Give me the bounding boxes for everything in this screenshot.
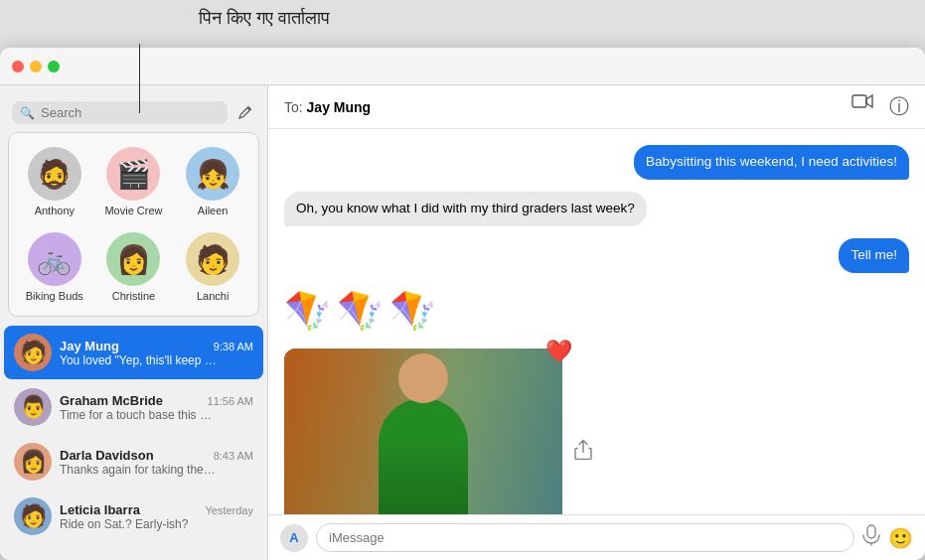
avatar-darla-davidson: 👩 — [14, 443, 52, 481]
video-message-row: ▶ 0:34 -1:16 🔊 ⊡ ❤️ — [284, 349, 909, 514]
app-store-icon: A — [289, 530, 298, 545]
chat-time-leticia-ibarra: Yesterday — [205, 504, 253, 516]
app-window: 🔍 🧔 Anthony — [0, 48, 925, 560]
pinned-contact-biking-buds[interactable]: 🚲 Biking Buds — [17, 226, 92, 308]
video-thumbnail — [284, 349, 562, 514]
avatar-christine: 👩 — [106, 232, 160, 286]
kite-3: 🪁 — [389, 289, 436, 333]
kites-stickers: 🪁 🪁 🪁 — [284, 285, 436, 337]
info-icon[interactable]: ⓘ — [889, 93, 909, 120]
avatar-anthony: 🧔 — [28, 147, 81, 201]
chat-preview-darla-davidson: Thanks again for taking them this weeken… — [60, 463, 219, 477]
chat-time-jay-mung: 9:38 AM — [214, 341, 253, 352]
sidebar-header: 🔍 — [0, 85, 267, 132]
pinned-contact-anthony[interactable]: 🧔 Anthony — [17, 141, 92, 222]
chat-info-jay-mung: Jay Mung 9:38 AM You loved "Yep, this'll… — [60, 339, 253, 367]
bubble-received-graders: Oh, you know what I did with my third gr… — [284, 192, 647, 226]
chat-name-leticia-ibarra: Leticia Ibarra — [60, 502, 140, 517]
avatar-leticia-ibarra: 🧑 — [14, 497, 52, 535]
svg-rect-0 — [852, 95, 866, 107]
share-button[interactable] — [574, 438, 592, 465]
pinned-label-christine: Christine — [112, 290, 155, 302]
chat-preview-jay-mung: You loved "Yep, this'll keep 'em occupie… — [60, 353, 219, 367]
bubble-sent-babysitting: Babysitting this weekend, I need activit… — [634, 145, 909, 180]
chat-name-darla-davidson: Darla Davidson — [60, 448, 154, 463]
bubble-sent-tellme: Tell me! — [839, 238, 909, 273]
sidebar: 🔍 🧔 Anthony — [0, 85, 268, 560]
chat-list: 🧑 Jay Mung 9:38 AM You loved "Yep, this'… — [0, 325, 267, 560]
annotation-text: पिन किए गए वार्तालाप — [199, 8, 330, 29]
avatar-movie-crew: 🎬 — [106, 147, 160, 201]
avatar-jay-mung: 🧑 — [14, 334, 52, 371]
messages-area: Babysitting this weekend, I need activit… — [268, 129, 925, 514]
chat-name-graham-mcbride: Graham McBride — [60, 393, 163, 408]
kite-2: 🪁 — [337, 289, 384, 333]
search-bar[interactable]: 🔍 — [12, 101, 228, 124]
video-call-icon[interactable] — [851, 93, 873, 120]
audio-record-button[interactable] — [862, 524, 880, 551]
pinned-section: 🧔 Anthony 🎬 Movie Crew 👧 Aileen 🚲 B — [8, 132, 259, 317]
video-message: ▶ 0:34 -1:16 🔊 ⊡ ❤️ — [284, 349, 562, 514]
chat-item-darla-davidson[interactable]: 👩 Darla Davidson 8:43 AM Thanks again fo… — [4, 435, 263, 489]
kites-row: 🪁 🪁 🪁 — [284, 285, 909, 337]
heart-reaction: ❤️ — [545, 339, 572, 364]
pinned-label-biking-buds: Biking Buds — [26, 290, 83, 302]
message-row: Babysitting this weekend, I need activit… — [284, 145, 909, 180]
chat-recipient: To: Jay Mung — [284, 99, 371, 115]
chat-header: To: Jay Mung ⓘ — [268, 85, 925, 129]
search-input[interactable] — [41, 105, 220, 120]
pinned-contact-lanchi[interactable]: 🧑 Lanchi — [175, 226, 250, 308]
chat-preview-graham-mcbride: Time for a touch base this week? — [60, 408, 219, 422]
minimize-button[interactable] — [30, 61, 42, 72]
chat-info-darla-davidson: Darla Davidson 8:43 AM Thanks again for … — [60, 448, 253, 477]
avatar-graham-mcbride: 👨 — [14, 388, 52, 426]
chat-item-graham-mcbride[interactable]: 👨 Graham McBride 11:56 AM Time for a tou… — [4, 380, 263, 434]
person-figure — [379, 398, 468, 514]
chat-info-graham-mcbride: Graham McBride 11:56 AM Time for a touch… — [60, 393, 253, 422]
message-row: Oh, you know what I did with my third gr… — [284, 192, 909, 226]
chat-time-darla-davidson: 8:43 AM — [214, 450, 253, 462]
chat-header-actions: ⓘ — [851, 93, 909, 120]
chat-item-jay-mung[interactable]: 🧑 Jay Mung 9:38 AM You loved "Yep, this'… — [4, 326, 263, 379]
pinned-label-aileen: Aileen — [198, 205, 229, 216]
traffic-lights — [12, 61, 60, 72]
pinned-label-lanchi: Lanchi — [197, 290, 229, 302]
titlebar — [0, 48, 925, 85]
message-input[interactable] — [316, 523, 854, 552]
maximize-button[interactable] — [48, 61, 60, 72]
recipient-name: Jay Mung — [307, 99, 372, 115]
close-button[interactable] — [12, 61, 24, 72]
app-store-button[interactable]: A — [280, 524, 308, 552]
chat-info-leticia-ibarra: Leticia Ibarra Yesterday Ride on Sat.? E… — [60, 502, 253, 531]
kite-1: 🪁 — [284, 289, 331, 333]
pinned-grid: 🧔 Anthony 🎬 Movie Crew 👧 Aileen 🚲 B — [17, 141, 250, 308]
chat-preview-leticia-ibarra: Ride on Sat.? Early-ish? — [60, 517, 219, 531]
avatar-aileen: 👧 — [186, 147, 239, 201]
compose-area: A 🙂 — [268, 514, 925, 560]
compose-button[interactable] — [235, 102, 255, 122]
message-row: Tell me! — [284, 238, 909, 273]
video-container[interactable]: ▶ 0:34 -1:16 🔊 ⊡ — [284, 349, 562, 514]
chat-item-leticia-ibarra[interactable]: 🧑 Leticia Ibarra Yesterday Ride on Sat.?… — [4, 490, 263, 543]
avatar-lanchi: 🧑 — [186, 232, 239, 286]
search-icon: 🔍 — [20, 106, 35, 120]
chat-area: To: Jay Mung ⓘ Babysittin — [268, 85, 925, 560]
recipient-label: To: — [284, 99, 303, 115]
chat-name-jay-mung: Jay Mung — [60, 339, 119, 353]
svg-rect-1 — [867, 525, 875, 538]
emoji-button[interactable]: 🙂 — [888, 526, 913, 550]
pinned-contact-movie-crew[interactable]: 🎬 Movie Crew — [96, 141, 172, 222]
pinned-label-movie-crew: Movie Crew — [104, 205, 162, 216]
pinned-label-anthony: Anthony — [35, 205, 75, 216]
main-content: 🔍 🧔 Anthony — [0, 85, 925, 560]
pinned-contact-aileen[interactable]: 👧 Aileen — [175, 141, 250, 222]
avatar-biking-buds: 🚲 — [28, 232, 81, 286]
person-head — [398, 353, 448, 403]
pinned-contact-christine[interactable]: 👩 Christine — [96, 226, 172, 308]
chat-time-graham-mcbride: 11:56 AM — [208, 395, 253, 407]
